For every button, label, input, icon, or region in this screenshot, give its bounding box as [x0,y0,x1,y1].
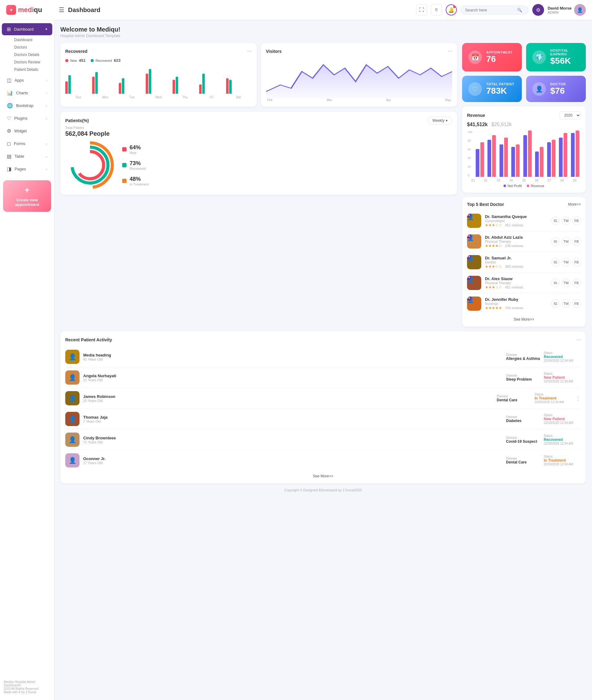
welcome-section: Welcome to Mediqu! Hospital Admin Dashbo… [60,26,457,38]
sidebar-label-table: Table [14,154,43,159]
sidebar-item-pages[interactable]: ◨ Pages › [2,163,52,175]
doctor-specialty: Dentist [485,260,547,264]
doctor-avatar: #5 👤 [467,297,481,311]
instagram-button[interactable]: IG [551,216,560,225]
doctor-row: #1 👤 Dr. Samantha Queque Gynecologist ★★… [467,211,581,231]
avatar: 👤 [574,4,586,16]
sidebar-item-forms[interactable]: ◻ Forms › [2,138,52,150]
twitter-button[interactable]: TW [562,258,570,267]
stat-card-patient: ♡ TOTAL PATIENT 783K [462,76,522,102]
facebook-button[interactable]: FB [572,216,581,225]
see-more-link[interactable]: See More>> [514,317,534,322]
sidebar-item-widget[interactable]: ⚙ Widget [2,125,52,137]
patient-disease: Dental Care [506,460,540,465]
donut-svg [65,141,115,190]
footer-year: 2020 All Rights Reserved [4,687,50,690]
treatment-percent: 48% [130,176,149,182]
sidebar-sub-patient-details[interactable]: Patient Details [11,66,54,73]
instagram-button[interactable]: IG [551,258,560,267]
new-legend-text: 64% New [130,144,141,155]
patient-date: 22/03/2020 12:34 AM [544,463,581,466]
grid-icon[interactable]: ⠿ [431,4,442,15]
patient-avatar-face: 👤 [69,394,77,402]
twitter-button[interactable]: TW [562,237,570,246]
revenue-label: Revenue [531,184,544,188]
doctor-avatar: #2 👤 [467,234,481,249]
purple-bar [499,144,503,177]
patient-avatar-face: 👤 [69,436,77,443]
bar-group [199,73,225,94]
legend-recovered: Recovered 623 [91,58,120,63]
sidebar-item-bootstrap[interactable]: 🌐 Bootstrap › [2,100,52,112]
patient-status: In Treatment [544,458,581,463]
visitors-title: Visitors [266,49,282,54]
doctor-name: Dr. Jennifer Ruby [485,297,547,302]
patient-disease: Covid-19 Suspect [506,439,540,444]
facebook-button[interactable]: FB [572,299,581,308]
activity-see-more-link[interactable]: See More>> [313,474,333,478]
patient-status-col: Status In Treatment 22/03/2020 12:34 AM [535,393,572,404]
sidebar-item-apps[interactable]: ◫ Apps › [2,74,52,86]
red-bar [119,83,121,94]
twitter-button[interactable]: TW [562,279,570,287]
sidebar-item-charts[interactable]: 📊 Charts › [2,87,52,99]
sidebar-sub-dashboard[interactable]: Dashboard [11,36,54,44]
facebook-button[interactable]: FB [572,258,581,267]
layout: ⊞ Dashboard ▾ Dashboard Doctors Doctors … [0,20,592,700]
patients-header: Patients(%) Weekly ▾ [65,117,452,124]
sidebar-item-dashboard[interactable]: ⊞ Dashboard ▾ [2,23,52,35]
revenue-sub-value: $25,612k [491,122,512,127]
revenue-header: Revenue 2020 [467,111,581,119]
welcome-title: Welcome to Mediqu! [60,26,457,33]
expand-icon[interactable]: ⛶ [416,4,427,15]
visitors-more[interactable]: ··· [448,48,452,54]
bar-group [65,75,91,94]
doctor-row: #4 👤 Dr. Alex Siauw Physical Therapy ★★★… [467,273,581,293]
patient-dots[interactable]: ⋮ [575,395,581,401]
sidebar-sub-doctors-details[interactable]: Doctors Details [11,51,54,58]
more-link[interactable]: More>> [568,202,581,207]
doctor-reviews: 238 reviews [505,244,523,248]
notification-button[interactable]: 🔔 [446,4,457,15]
patient-status-col: Status In Treatment 22/03/2020 12:34 AM [544,455,581,466]
doctor-specialty: Nursingc [485,302,547,306]
green-bar [202,73,205,94]
widget-icon: ⚙ [7,128,11,134]
patient-disease-col: Disease Sleep Problem [506,374,540,382]
user-info: David Morse ADMIN 👤 [548,4,586,16]
dashboard-submenu: Dashboard Doctors Doctors Details Doctor… [0,36,54,74]
facebook-button[interactable]: FB [572,237,581,246]
settings-button[interactable]: ⚙ [532,4,544,16]
instagram-button[interactable]: IG [551,279,560,287]
sidebar: ⊞ Dashboard ▾ Dashboard Doctors Doctors … [0,20,54,700]
patient-date: 22/03/2020 12:34 AM [544,442,581,445]
sidebar-item-table[interactable]: ▤ Table › [2,150,52,162]
patient-disease-col: Disease Dental Care [506,457,540,465]
weekly-filter-button[interactable]: Weekly ▾ [428,117,452,124]
sidebar-item-plugins[interactable]: ♡ Plugins › [2,112,52,124]
doctor-reviews: 451 reviews [505,223,523,227]
patient-name: Thomas Jaja [83,415,502,420]
twitter-button[interactable]: TW [562,299,570,308]
twitter-button[interactable]: TW [562,216,570,225]
menu-icon[interactable]: ☰ [59,6,64,14]
create-appointment-card[interactable]: + Create new appointment [3,180,51,212]
instagram-button[interactable]: IG [551,237,560,246]
facebook-button[interactable]: FB [572,279,581,287]
sidebar-sub-doctors-review[interactable]: Doctors Review [11,58,54,66]
x-feb: Feb [267,98,273,102]
legend-new-value: 451 [79,58,86,63]
search-input[interactable] [465,8,515,12]
sidebar-label-plugins: Plugins [14,116,43,121]
doctor-specialty: Physical Therapy [485,281,547,285]
red-bar [65,81,68,94]
sidebar-sub-doctors[interactable]: Doctors [11,44,54,51]
patient-info: Oconner Jr. 17 Years Old [83,456,502,465]
instagram-button[interactable]: IG [551,299,560,308]
activity-more[interactable]: ··· [576,336,581,343]
doctor-row: #2 👤 Dr. Abdul Aziz Lazis Physical Thera… [467,231,581,252]
recovered-more[interactable]: ··· [247,48,251,54]
patients-body: 64% New 73% Recovered [65,141,452,190]
year-select[interactable]: 2020 [559,111,581,119]
purple-bar [511,147,515,177]
